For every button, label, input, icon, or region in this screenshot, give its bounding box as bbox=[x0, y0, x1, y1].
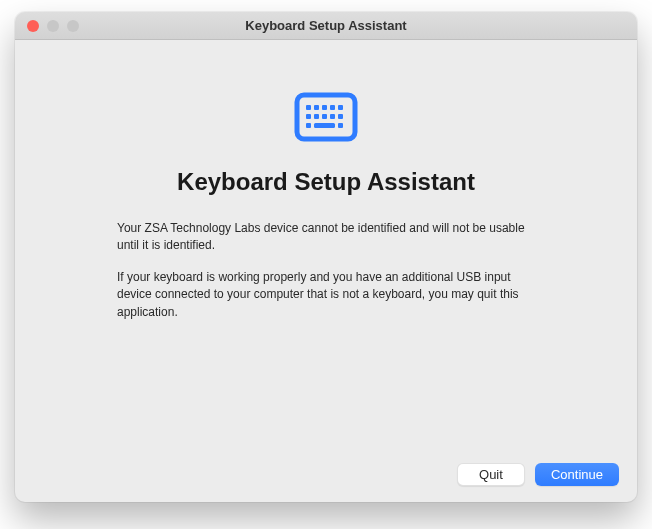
window-title: Keyboard Setup Assistant bbox=[15, 18, 637, 33]
paragraph-1: Your ZSA Technology Labs device cannot b… bbox=[117, 220, 535, 255]
svg-rect-13 bbox=[338, 123, 343, 128]
keyboard-icon bbox=[294, 92, 358, 146]
quit-button[interactable]: Quit bbox=[457, 463, 525, 486]
footer-buttons: Quit Continue bbox=[15, 447, 637, 502]
svg-rect-3 bbox=[322, 105, 327, 110]
continue-button[interactable]: Continue bbox=[535, 463, 619, 486]
svg-rect-2 bbox=[314, 105, 319, 110]
svg-rect-5 bbox=[338, 105, 343, 110]
svg-rect-9 bbox=[330, 114, 335, 119]
minimize-window-button[interactable] bbox=[47, 20, 59, 32]
svg-rect-8 bbox=[322, 114, 327, 119]
titlebar: Keyboard Setup Assistant bbox=[15, 12, 637, 40]
maximize-window-button[interactable] bbox=[67, 20, 79, 32]
svg-rect-4 bbox=[330, 105, 335, 110]
svg-rect-7 bbox=[314, 114, 319, 119]
svg-rect-11 bbox=[306, 123, 311, 128]
svg-rect-10 bbox=[338, 114, 343, 119]
svg-rect-12 bbox=[314, 123, 335, 128]
close-window-button[interactable] bbox=[27, 20, 39, 32]
svg-rect-1 bbox=[306, 105, 311, 110]
body-text: Your ZSA Technology Labs device cannot b… bbox=[117, 220, 535, 335]
keyboard-setup-assistant-window: Keyboard Setup Assistant bbox=[15, 12, 637, 502]
svg-rect-6 bbox=[306, 114, 311, 119]
paragraph-2: If your keyboard is working properly and… bbox=[117, 269, 535, 321]
window-controls bbox=[15, 20, 79, 32]
content-area: Keyboard Setup Assistant Your ZSA Techno… bbox=[15, 40, 637, 447]
page-heading: Keyboard Setup Assistant bbox=[177, 168, 475, 196]
